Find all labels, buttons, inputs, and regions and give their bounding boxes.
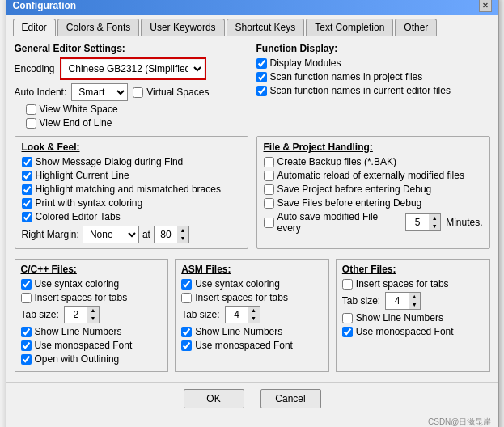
cpp-open-outlining-checkbox[interactable] — [21, 354, 32, 365]
tab-text-completion[interactable]: Text Completion — [306, 19, 393, 36]
view-white-space-row: View White Space — [26, 104, 248, 115]
cpp-insert-spaces-checkbox[interactable] — [21, 293, 32, 303]
virtual-spaces-checkbox[interactable] — [133, 87, 143, 98]
look-feel-box: Look & Feel: Show Message Dialog during … — [15, 136, 248, 249]
asm-tab-down-button[interactable]: ▼ — [248, 315, 260, 323]
tab-shortcut-keys[interactable]: Shortcut Keys — [227, 19, 305, 36]
scan-editor-row: Scan function names in current editor fi… — [256, 85, 490, 96]
cpp-tab-size-number[interactable]: 2 — [65, 307, 87, 323]
save-files-checkbox[interactable] — [264, 198, 274, 209]
view-white-space-checkbox[interactable] — [26, 104, 36, 115]
encoding-row: Encoding Chinese GB2312 (Simplified) — [15, 57, 248, 80]
cpp-tab-down-button[interactable]: ▼ — [87, 315, 99, 323]
cpp-show-line-checkbox[interactable] — [21, 327, 32, 337]
tab-user-keywords[interactable]: User Keywords — [141, 19, 224, 36]
cpp-monospaced-checkbox[interactable] — [21, 340, 32, 351]
auto-reload-row: Automatic reload of externally modified … — [264, 170, 483, 181]
file-project-title: File & Project Handling: — [264, 142, 483, 153]
highlight-current-checkbox[interactable] — [22, 171, 32, 181]
cpp-tab-up-button[interactable]: ▲ — [87, 307, 99, 315]
display-modules-checkbox[interactable] — [256, 58, 267, 69]
colored-tabs-row: Colored Editor Tabs — [22, 211, 241, 222]
ok-button[interactable]: OK — [184, 389, 244, 408]
scan-editor-checkbox[interactable] — [256, 86, 267, 96]
auto-save-up-button[interactable]: ▲ — [429, 214, 440, 222]
colored-tabs-checkbox[interactable] — [22, 212, 32, 222]
asm-show-line-checkbox[interactable] — [181, 327, 192, 337]
bottom-buttons: OK Cancel — [6, 382, 498, 416]
asm-use-syntax-checkbox[interactable] — [181, 279, 192, 290]
cpp-files-box: C/C++ Files: Use syntax coloring Insert … — [15, 259, 169, 372]
highlight-current-row: Highlight Current Line — [22, 170, 241, 181]
scan-project-checkbox[interactable] — [256, 72, 267, 82]
margin-number[interactable]: 80 — [155, 226, 177, 243]
cpp-use-syntax-checkbox[interactable] — [21, 279, 32, 290]
tab-other[interactable]: Other — [395, 19, 437, 36]
other-insert-spaces-checkbox[interactable] — [342, 279, 353, 290]
scan-project-label[interactable]: Scan function names in project files — [256, 71, 423, 82]
other-tab-up-button[interactable]: ▲ — [409, 293, 420, 301]
create-backup-checkbox[interactable] — [264, 157, 274, 167]
asm-tab-arrows: ▲ ▼ — [248, 307, 260, 323]
auto-save-row: Auto save modified File every 5 ▲ ▼ Minu… — [264, 211, 483, 234]
right-margin-select[interactable]: None — [83, 226, 139, 243]
other-tab-size-number[interactable]: 4 — [386, 293, 409, 309]
other-show-line-checkbox[interactable] — [342, 313, 353, 323]
at-label: at — [142, 229, 150, 240]
right-margin-row: Right Margin: None at 80 ▲ ▼ — [22, 226, 241, 243]
look-feel-title: Look & Feel: — [22, 142, 241, 153]
other-tab-size-row: Tab size: 4 ▲ ▼ — [342, 292, 484, 310]
asm-insert-spaces-checkbox[interactable] — [181, 293, 192, 303]
encoding-select[interactable]: Chinese GB2312 (Simplified) — [62, 60, 204, 78]
save-project-row: Save Project before entering Debug — [264, 184, 483, 195]
auto-save-number[interactable]: 5 — [406, 214, 429, 230]
other-tab-size-spinner: 4 ▲ ▼ — [385, 292, 421, 310]
print-syntax-checkbox[interactable] — [22, 198, 32, 209]
margin-up-button[interactable]: ▲ — [177, 226, 188, 235]
cpp-tab-size-row: Tab size: 2 ▲ ▼ — [21, 306, 163, 323]
function-display-col: Function Display: Display Modules Scan f… — [256, 43, 490, 131]
scan-editor-label[interactable]: Scan function names in current editor fi… — [256, 85, 451, 96]
auto-save-spinner: 5 ▲ ▼ — [405, 214, 441, 231]
other-monospaced-checkbox[interactable] — [342, 327, 353, 337]
save-files-row: Save Files before entering Debug — [264, 197, 483, 209]
view-end-of-line-label[interactable]: View End of Line — [26, 117, 112, 129]
asm-tab-up-button[interactable]: ▲ — [248, 307, 260, 315]
file-project-box: File & Project Handling: Create Backup f… — [256, 136, 490, 249]
virtual-spaces-label[interactable]: Virtual Spaces — [133, 87, 209, 98]
view-white-space-label[interactable]: View White Space — [26, 104, 118, 115]
auto-indent-label: Auto Indent: — [15, 87, 67, 98]
view-end-of-line-checkbox[interactable] — [26, 118, 36, 129]
tab-editor[interactable]: Editor — [13, 19, 56, 36]
auto-save-arrows: ▲ ▼ — [429, 214, 440, 230]
asm-tab-size-number[interactable]: 4 — [226, 307, 248, 323]
auto-indent-select[interactable]: Smart — [71, 83, 128, 101]
cpp-tab-size-spinner: 2 ▲ ▼ — [64, 306, 100, 323]
save-project-checkbox[interactable] — [264, 184, 274, 195]
auto-save-checkbox[interactable] — [264, 218, 274, 228]
margin-arrows: ▲ ▼ — [177, 226, 188, 243]
title-bar-buttons: ✕ — [479, 0, 492, 12]
margin-down-button[interactable]: ▼ — [177, 235, 188, 243]
middle-section: Look & Feel: Show Message Dialog during … — [15, 136, 490, 254]
close-button[interactable]: ✕ — [479, 0, 492, 12]
display-modules-row: Display Modules — [256, 57, 490, 69]
highlight-matching-row: Highlight matching and mismatched braces — [22, 184, 241, 195]
margin-spinner: 80 ▲ ▼ — [154, 226, 189, 243]
asm-monospaced-checkbox[interactable] — [181, 340, 192, 351]
configuration-dialog: Configuration ✕ Editor Colors & Fonts Us… — [6, 0, 499, 427]
tab-colors-fonts[interactable]: Colors & Fonts — [57, 19, 139, 36]
display-modules-label[interactable]: Display Modules — [256, 57, 341, 69]
minutes-label: Minutes. — [446, 217, 482, 228]
other-tab-down-button[interactable]: ▼ — [409, 301, 420, 309]
print-syntax-row: Print with syntax coloring — [22, 197, 241, 209]
asm-tab-size-spinner: 4 ▲ ▼ — [225, 306, 260, 323]
auto-save-down-button[interactable]: ▼ — [429, 222, 440, 230]
view-end-of-line-row: View End of Line — [26, 117, 248, 129]
auto-reload-checkbox[interactable] — [264, 171, 274, 181]
cancel-button[interactable]: Cancel — [260, 389, 321, 408]
asm-files-box: ASM Files: Use syntax coloring Insert sp… — [175, 259, 329, 372]
asm-tab-size-row: Tab size: 4 ▲ ▼ — [181, 306, 323, 323]
highlight-matching-checkbox[interactable] — [22, 184, 32, 195]
show-message-checkbox[interactable] — [22, 157, 32, 167]
